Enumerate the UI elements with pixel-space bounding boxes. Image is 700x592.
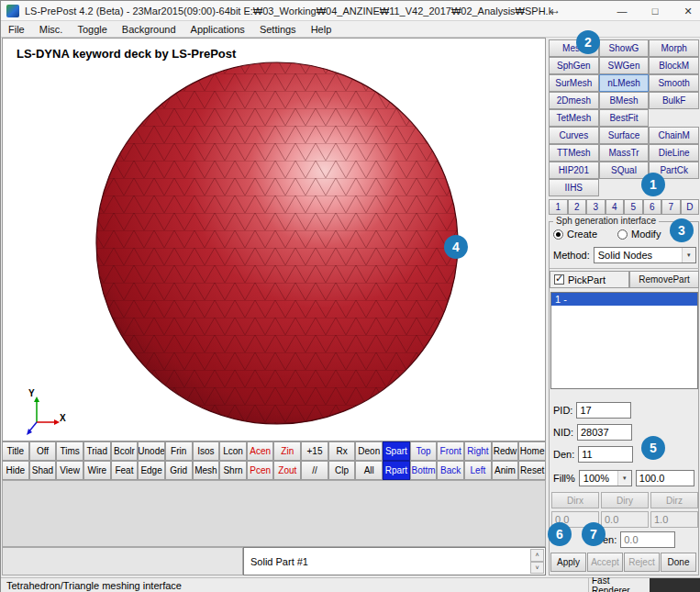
menu-settings[interactable]: Settings bbox=[252, 24, 304, 35]
page-tab-3[interactable]: 3 bbox=[586, 199, 606, 215]
mesh-btn-nlmesh[interactable]: nLMesh bbox=[599, 74, 650, 92]
page-tab-2[interactable]: 2 bbox=[568, 199, 587, 215]
tb-frin[interactable]: Frin bbox=[165, 441, 193, 461]
diry-field[interactable] bbox=[601, 511, 649, 528]
menu-applications[interactable]: Applications bbox=[183, 24, 252, 35]
mesh-btn-sphgen[interactable]: SphGen bbox=[549, 57, 599, 74]
tb-all[interactable]: All bbox=[355, 461, 383, 480]
tb-reset[interactable]: Reset bbox=[518, 461, 546, 480]
mesh-btn-curves[interactable]: Curves bbox=[549, 127, 599, 144]
pickpart-checkbox[interactable] bbox=[554, 274, 564, 285]
mesh-btn-ttmesh[interactable]: TTMesh bbox=[549, 144, 599, 162]
dirz-button[interactable]: Dirz bbox=[650, 492, 698, 508]
mesh-btn-tetmesh[interactable]: TetMesh bbox=[549, 109, 599, 127]
mesh-btn-2dmesh[interactable]: 2Dmesh bbox=[549, 92, 599, 109]
mesh-btn-bmesh[interactable]: BMesh bbox=[599, 92, 650, 109]
tb-right[interactable]: Right bbox=[464, 441, 492, 461]
tb-left[interactable]: Left bbox=[464, 461, 492, 480]
mesh-btn-chainm[interactable]: ChainM bbox=[649, 127, 699, 144]
tb-home[interactable]: Home bbox=[518, 441, 546, 461]
mesh-btn-iihs[interactable]: IIHS bbox=[549, 179, 599, 196]
tb-unode[interactable]: Unode bbox=[138, 441, 165, 461]
tb-deon[interactable]: Deon bbox=[355, 441, 383, 461]
page-tab-1[interactable]: 1 bbox=[549, 199, 568, 215]
tb-parallel[interactable]: // bbox=[301, 461, 328, 480]
page-tab-7[interactable]: 7 bbox=[661, 199, 681, 215]
tb-shad[interactable]: Shad bbox=[29, 461, 57, 480]
reject-button[interactable]: Reject bbox=[624, 553, 660, 572]
tb-bcolr[interactable]: Bcolr bbox=[111, 441, 139, 461]
spinner-down-icon[interactable]: ˅ bbox=[530, 562, 544, 575]
mesh-btn-bulkf[interactable]: BulkF bbox=[649, 92, 699, 109]
fill-dropdown[interactable]: 100% ▾ bbox=[579, 470, 632, 486]
tb-tims[interactable]: Tims bbox=[56, 441, 83, 461]
tb-wire[interactable]: Wire bbox=[83, 461, 111, 480]
menu-file[interactable]: File bbox=[1, 24, 32, 35]
accept-button[interactable]: Accept bbox=[587, 553, 623, 572]
tb-hide[interactable]: Hide bbox=[2, 461, 29, 480]
dirz-field[interactable] bbox=[650, 511, 698, 528]
page-tab-4[interactable]: 4 bbox=[606, 199, 625, 215]
tb-lcon[interactable]: Lcon bbox=[219, 441, 247, 461]
mesh-btn-showg[interactable]: ShowG bbox=[599, 39, 650, 57]
tb-mesh[interactable]: Mesh bbox=[193, 461, 220, 480]
apply-button[interactable]: Apply bbox=[550, 553, 586, 572]
fill-amount-field[interactable] bbox=[636, 470, 694, 486]
menu-misc[interactable]: Misc. bbox=[32, 24, 71, 35]
mesh-btn-dieline[interactable]: DieLine bbox=[649, 144, 699, 162]
method-dropdown[interactable]: Solid Nodes ▾ bbox=[594, 247, 696, 263]
mesh-btn-swgen[interactable]: SWGen bbox=[599, 57, 650, 74]
minimize-button[interactable]: — bbox=[615, 6, 629, 17]
dirx-button[interactable]: Dirx bbox=[551, 492, 599, 508]
tb-bottm[interactable]: Bottm bbox=[410, 461, 438, 480]
tb-zin[interactable]: Zin bbox=[273, 441, 301, 461]
mesh-btn-surface[interactable]: Surface bbox=[599, 127, 650, 144]
part-selector[interactable]: Solid Part #1 ˄ ˅ bbox=[243, 547, 546, 575]
part-list[interactable]: 1 - bbox=[550, 292, 698, 389]
menu-toggle[interactable]: Toggle bbox=[70, 24, 114, 35]
tb-spart[interactable]: Spart bbox=[383, 441, 410, 461]
tb-rpart[interactable]: Rpart bbox=[383, 461, 410, 480]
pickpart-toggle[interactable]: PickPart bbox=[550, 271, 629, 288]
tb-anim[interactable]: Anim bbox=[492, 461, 519, 480]
mesh-btn-masstr[interactable]: MassTr bbox=[599, 144, 650, 162]
tb-pcen[interactable]: Pcen bbox=[247, 461, 274, 480]
removepart-button[interactable]: RemovePart bbox=[629, 271, 699, 288]
tb-title[interactable]: Title bbox=[2, 441, 29, 461]
page-tab-5[interactable]: 5 bbox=[624, 199, 643, 215]
create-radio[interactable] bbox=[553, 229, 563, 240]
tb-off[interactable]: Off bbox=[29, 441, 57, 461]
done-button[interactable]: Done bbox=[661, 553, 696, 572]
page-tab-d[interactable]: D bbox=[681, 199, 700, 215]
tb-zout[interactable]: Zout bbox=[273, 461, 301, 480]
mesh-btn-hip201[interactable]: HIP201 bbox=[549, 162, 599, 179]
tb-isos[interactable]: Isos bbox=[193, 441, 220, 461]
density-field[interactable] bbox=[620, 531, 675, 548]
tb-edge[interactable]: Edge bbox=[138, 461, 165, 480]
mesh-btn-blockm[interactable]: BlockM bbox=[649, 57, 699, 74]
tb-back[interactable]: Back bbox=[437, 461, 464, 480]
pid-field[interactable] bbox=[576, 402, 631, 419]
part-list-item[interactable]: 1 - bbox=[551, 293, 697, 306]
nid-field[interactable] bbox=[577, 424, 632, 441]
tb-plus15[interactable]: +15 bbox=[301, 441, 328, 461]
mesh-btn-bestfit[interactable]: BestFit bbox=[599, 109, 650, 127]
tb-rx[interactable]: Rx bbox=[328, 441, 356, 461]
tb-grid[interactable]: Grid bbox=[165, 461, 193, 480]
spinner-up-icon[interactable]: ˄ bbox=[530, 549, 544, 562]
menu-background[interactable]: Background bbox=[115, 24, 183, 35]
tb-acen[interactable]: Acen bbox=[247, 441, 274, 461]
mesh-btn-smooth[interactable]: Smooth bbox=[649, 74, 699, 92]
tb-clp[interactable]: Clp bbox=[328, 461, 356, 480]
diry-button[interactable]: Diry bbox=[601, 492, 649, 508]
tb-view[interactable]: View bbox=[56, 461, 83, 480]
mesh-btn-surmesh[interactable]: SurMesh bbox=[549, 74, 599, 92]
page-tab-6[interactable]: 6 bbox=[643, 199, 662, 215]
tb-feat[interactable]: Feat bbox=[111, 461, 139, 480]
close-button[interactable]: ✕ bbox=[681, 6, 695, 17]
den-field[interactable] bbox=[578, 446, 633, 463]
modify-radio[interactable] bbox=[617, 229, 628, 240]
maximize-button[interactable]: □ bbox=[648, 6, 662, 17]
tb-redw[interactable]: Redw bbox=[492, 441, 519, 461]
tb-front[interactable]: Front bbox=[437, 441, 464, 461]
